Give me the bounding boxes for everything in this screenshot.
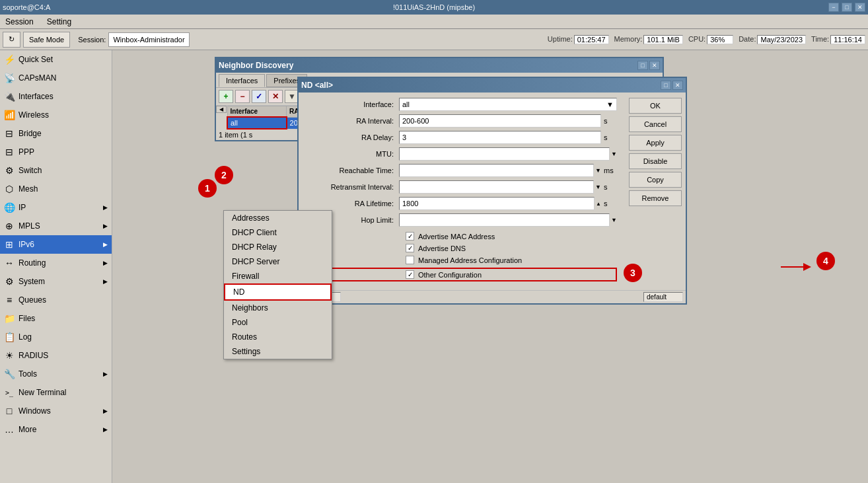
date-item: Date: May/23/2023	[739, 35, 806, 44]
uptime-label: Uptime:	[548, 35, 573, 44]
nd-edit-close[interactable]: ✕	[672, 81, 683, 90]
sidebar-item-radius[interactable]: ☀ RADIUS	[0, 346, 112, 365]
safe-mode-button[interactable]: Safe Mode	[23, 32, 70, 48]
nd-title-buttons: □ ✕	[637, 61, 660, 70]
sidebar-item-more[interactable]: … More ▶	[0, 420, 112, 439]
submenu-nd[interactable]: ND	[224, 283, 332, 301]
submenu-addresses[interactable]: Addresses	[224, 211, 332, 225]
nd-title-bar: Neighbor Discovery □ ✕	[216, 58, 663, 73]
sidebar-item-quick-set[interactable]: ⚡ Quick Set	[0, 50, 112, 69]
nd-minimize[interactable]: □	[637, 61, 648, 70]
other-config-row: Other Configuration 3	[307, 268, 617, 281]
sidebar-item-mesh[interactable]: ⬡ Mesh	[0, 180, 112, 198]
remove-button[interactable]: −	[235, 90, 250, 103]
scroll-left-button[interactable]: ◀	[216, 106, 227, 113]
advertise-dns-checkbox[interactable]	[406, 244, 414, 252]
apply-button[interactable]: Apply	[629, 135, 682, 151]
sidebar-label-system: System	[18, 277, 45, 286]
sidebar-item-ip[interactable]: 🌐 IP ▶	[0, 198, 112, 217]
annotation-1: 1	[198, 179, 217, 198]
ra-interval-input[interactable]	[399, 114, 601, 128]
mtu-label: MTU:	[307, 150, 399, 158]
retransmit-input[interactable]	[399, 180, 594, 194]
cpu-label: CPU:	[688, 35, 705, 44]
copy-button[interactable]: Copy	[629, 172, 682, 188]
submenu-dhcp-relay[interactable]: DHCP Relay	[224, 240, 332, 254]
submenu-pool[interactable]: Pool	[224, 315, 332, 330]
sidebar-item-system[interactable]: ⚙ System ▶	[0, 272, 112, 291]
hop-limit-input[interactable]	[399, 213, 610, 227]
ra-lifetime-spinup[interactable]: ▲	[596, 201, 601, 207]
remove-button-edit[interactable]: Remove	[629, 190, 682, 206]
sidebar-item-ppp[interactable]: ⊟ PPP	[0, 143, 112, 161]
sidebar-item-switch[interactable]: ⚙ Switch	[0, 161, 112, 180]
advertise-mac-row: Advertise MAC Address	[307, 232, 617, 241]
sidebar-item-tools[interactable]: 🔧 Tools ▶	[0, 365, 112, 383]
tab-interfaces[interactable]: Interfaces	[219, 74, 265, 87]
menu-session[interactable]: Session	[3, 16, 36, 28]
check-button[interactable]: ✓	[252, 90, 266, 103]
sidebar-label-tools: Tools	[18, 369, 37, 379]
interface-dropdown-arrow: ▼	[606, 100, 614, 108]
submenu-settings[interactable]: Settings	[224, 344, 332, 359]
sidebar-item-windows[interactable]: □ Windows ▶	[0, 402, 112, 420]
menu-setting[interactable]: Setting	[44, 16, 74, 28]
maximize-button[interactable]: □	[842, 3, 852, 12]
advertise-dns-label: Advertise DNS	[418, 244, 466, 252]
sidebar-label-interfaces: Interfaces	[18, 92, 54, 101]
sidebar-label-quick-set: Quick Set	[18, 55, 53, 64]
nd-edit-minimize[interactable]: □	[661, 81, 671, 90]
add-button[interactable]: +	[219, 90, 233, 103]
advertise-mac-checkbox[interactable]	[406, 232, 414, 241]
disable-button[interactable]: Disable	[629, 153, 682, 169]
reachable-time-input[interactable]	[399, 164, 594, 177]
nd-close[interactable]: ✕	[649, 61, 660, 70]
other-config-checkbox[interactable]	[406, 270, 414, 279]
reachable-dropdown-arrow[interactable]: ▼	[595, 167, 601, 174]
reachable-time-row: Reachable Time: ▼ ms	[307, 164, 617, 177]
sidebar-item-log[interactable]: 📋 Log	[0, 328, 112, 346]
refresh-button[interactable]: ↻	[3, 32, 20, 48]
sidebar-item-files[interactable]: 📁 Files	[0, 309, 112, 328]
cross-button[interactable]: ✕	[268, 90, 283, 103]
reachable-time-label: Reachable Time:	[307, 167, 399, 174]
mtu-input[interactable]	[399, 147, 610, 161]
submenu-dhcp-client[interactable]: DHCP Client	[224, 225, 332, 240]
sidebar-item-new-terminal[interactable]: >_ New Terminal	[0, 383, 112, 402]
mtu-dropdown-arrow[interactable]: ▼	[611, 151, 617, 157]
radius-icon: ☀	[4, 350, 15, 361]
submenu-firewall[interactable]: Firewall	[224, 269, 332, 283]
managed-address-checkbox[interactable]	[406, 256, 414, 264]
nd-edit-title-buttons: □ ✕	[661, 81, 683, 90]
sidebar-item-queues[interactable]: ≡ Queues	[0, 291, 112, 309]
ra-lifetime-input[interactable]	[399, 197, 595, 210]
mpls-icon: ⊕	[4, 221, 15, 231]
minimize-button[interactable]: −	[828, 3, 839, 12]
window-title: soporte@C4:A	[3, 3, 50, 11]
cancel-button[interactable]: Cancel	[629, 116, 682, 132]
more-icon: …	[4, 424, 15, 435]
close-button[interactable]: ✕	[855, 3, 865, 12]
sidebar-item-bridge[interactable]: ⊟ Bridge	[0, 124, 112, 143]
memory-label: Memory:	[614, 35, 643, 44]
sidebar-item-interfaces[interactable]: 🔌 Interfaces	[0, 87, 112, 106]
sidebar-item-mpls[interactable]: ⊕ MPLS ▶	[0, 217, 112, 235]
ra-delay-input[interactable]	[399, 131, 601, 144]
retransmit-dropdown-arrow[interactable]: ▼	[595, 184, 601, 190]
interface-select[interactable]: all ▼	[399, 98, 617, 111]
hop-limit-dropdown-arrow[interactable]: ▼	[611, 217, 617, 223]
toolbar: ↻ Safe Mode Session: Winbox-Administrado…	[0, 29, 868, 50]
wireless-icon: 📶	[4, 110, 15, 120]
managed-address-label: Managed Address Configuration	[418, 256, 522, 264]
sidebar-item-routing[interactable]: ↔ Routing ▶	[0, 254, 112, 272]
sidebar-item-ipv6[interactable]: ⊞ IPv6 ▶	[0, 235, 112, 254]
advertise-mac-label: Advertise MAC Address	[418, 233, 495, 241]
ra-interval-label: RA Interval:	[307, 117, 399, 125]
submenu-dhcp-server[interactable]: DHCP Server	[224, 254, 332, 269]
ok-button[interactable]: OK	[629, 98, 682, 114]
main-layout: ⚡ Quick Set 📡 CAPsMAN 🔌 Interfaces 📶 Wir…	[0, 50, 868, 483]
sidebar-item-wireless[interactable]: 📶 Wireless	[0, 106, 112, 124]
submenu-neighbors[interactable]: Neighbors	[224, 301, 332, 315]
sidebar-item-capsman[interactable]: 📡 CAPsMAN	[0, 69, 112, 87]
submenu-routes[interactable]: Routes	[224, 330, 332, 344]
